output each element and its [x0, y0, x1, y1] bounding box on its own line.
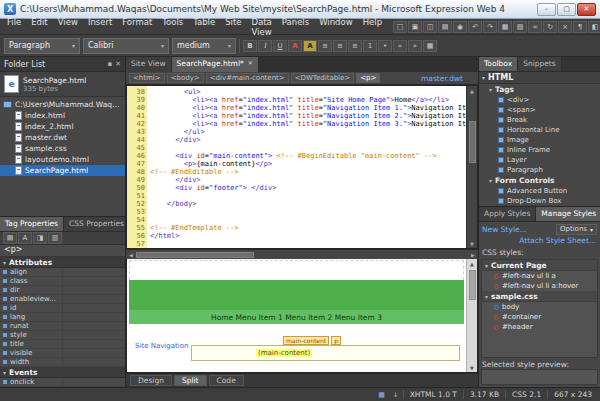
scroll-up-icon[interactable]: ▲: [470, 86, 474, 95]
toolbox-section-tags[interactable]: ▾Tags: [479, 84, 600, 95]
tab-toolbox[interactable]: Toolbox: [479, 57, 518, 71]
new-document-icon[interactable]: □: [393, 21, 407, 33]
increase-indent-icon[interactable]: »: [408, 40, 422, 52]
font-color-icon[interactable]: A: [288, 40, 302, 52]
toolbox-item-inline-frame[interactable]: Inline Frame: [479, 145, 600, 155]
scrollbar-thumb[interactable]: [136, 252, 254, 258]
toolbox-item-drop-down-box[interactable]: Drop-Down Box: [479, 196, 600, 206]
style-body[interactable]: body: [482, 302, 597, 312]
design-header-region[interactable]: [129, 260, 464, 280]
property-class[interactable]: class: [0, 277, 125, 286]
scroll-left-icon[interactable]: ◀: [126, 252, 136, 258]
scroll-down-icon[interactable]: ▼: [470, 239, 474, 248]
quicktag-chip-0[interactable]: <html>: [129, 73, 165, 83]
print-icon[interactable]: ▤: [438, 21, 452, 33]
align-right-icon[interactable]: ≡: [348, 40, 362, 52]
file-master-dwt[interactable]: master.dwt: [0, 132, 125, 143]
code-vertical-scrollbar[interactable]: ▲ ▼: [466, 86, 477, 248]
property-align[interactable]: align: [0, 268, 125, 277]
minimize-button[interactable]: –: [537, 3, 556, 16]
folder-tree-root[interactable]: C:\Users\Muhammad.Waqas\Documents\M: [0, 99, 125, 110]
design-vertical-scrollbar[interactable]: ▲ ▼: [466, 259, 477, 372]
design-masthead[interactable]: Home Menu Item 1 Menu Item 2 Menu Item 3: [129, 280, 464, 324]
code-horizontal-scrollbar[interactable]: ◀ ▶: [126, 249, 478, 259]
view-design-button[interactable]: Design: [130, 375, 172, 386]
property-enableview[interactable]: enableview...: [0, 295, 125, 304]
toolbox-item-div[interactable]: <div>: [479, 95, 600, 105]
underline-icon[interactable]: U: [273, 40, 287, 52]
font-family-dropdown[interactable]: Calibri ▾: [83, 38, 169, 54]
property-visible[interactable]: visible: [0, 349, 125, 358]
numbered-list-icon[interactable]: 1: [363, 40, 377, 52]
set-properties-icon[interactable]: ◨: [33, 232, 47, 244]
scroll-up-icon[interactable]: ▲: [470, 259, 474, 268]
toolbox-item-advanced-button[interactable]: Advanced Button: [479, 186, 600, 196]
undo-icon[interactable]: ↶: [468, 21, 482, 33]
visual-aids-status-icon[interactable]: ▦: [375, 391, 389, 399]
download-status-icon[interactable]: ↓: [389, 391, 403, 399]
style-group-sample-css[interactable]: ▾sample.css: [482, 291, 597, 302]
quicktag-chip-2[interactable]: <div#main-content>: [206, 73, 289, 83]
tab-searchpage-html[interactable]: SearchPage.html*✕: [172, 57, 259, 72]
attach-style-sheet-link[interactable]: Attach Style Sheet...: [519, 236, 596, 248]
toolbox-root-node[interactable]: ▾ HTML: [479, 72, 600, 84]
property-title[interactable]: title: [0, 340, 125, 349]
summary-icon[interactable]: ▥: [48, 232, 62, 244]
tab-apply-styles[interactable]: Apply Styles: [479, 207, 536, 221]
align-center-icon[interactable]: ≡: [333, 40, 347, 52]
redo-icon[interactable]: ↷: [483, 21, 497, 33]
pin-icon[interactable]: ▪: [107, 60, 112, 68]
file-index-html[interactable]: index.html: [0, 110, 125, 121]
highlight-icon[interactable]: A: [303, 40, 317, 52]
open-file-icon[interactable]: ▣: [408, 21, 422, 33]
options-button[interactable]: Options ▾: [556, 224, 597, 235]
italic-icon[interactable]: I: [258, 40, 272, 52]
close-panel-icon[interactable]: ✕: [115, 60, 121, 68]
property-style[interactable]: style: [0, 331, 125, 340]
bold-icon[interactable]: B: [243, 40, 257, 52]
code-content[interactable]: <ul> <li><a href="index.html" title="Sit…: [147, 86, 466, 248]
file-searchpage-html[interactable]: SearchPage.html: [0, 165, 125, 176]
insert-table-icon[interactable]: ▦: [498, 21, 512, 33]
main-content-placeholder[interactable]: (main-content): [256, 349, 312, 357]
design-main-content-region[interactable]: (main-content): [191, 345, 460, 361]
design-site-navigation-link[interactable]: Site Navigation: [135, 336, 191, 350]
save-icon[interactable]: ◫: [423, 21, 437, 33]
decrease-indent-icon[interactable]: «: [393, 40, 407, 52]
close-tab-icon[interactable]: ✕: [248, 59, 253, 72]
design-canvas[interactable]: Home Menu Item 1 Menu Item 2 Menu Item 3…: [127, 259, 466, 372]
tag-chip-main-content[interactable]: main-content: [283, 336, 329, 345]
borders-icon[interactable]: ▦: [423, 40, 437, 52]
property-width[interactable]: width: [0, 358, 125, 367]
style-left-nav-ul-li-a-hover[interactable]: #left-nav ul li a:hover: [482, 281, 597, 291]
file-index-2-html[interactable]: index_2.html: [0, 121, 125, 132]
file-layoutdemo-html[interactable]: layoutdemo.html: [0, 154, 125, 165]
scroll-right-icon[interactable]: ▶: [468, 252, 478, 258]
property-runat[interactable]: runat: [0, 322, 125, 331]
design-view[interactable]: Home Menu Item 1 Menu Item 2 Menu Item 3…: [126, 259, 478, 373]
tag-chip-p[interactable]: p: [331, 336, 341, 345]
toolbox-item-paragraph[interactable]: Paragraph: [479, 165, 600, 175]
quicktag-chip-4[interactable]: <p>: [356, 73, 380, 83]
toolbox-section-form-controls[interactable]: ▾Form Controls: [479, 175, 600, 186]
categorized-icon[interactable]: ▤: [3, 232, 17, 244]
toolbox-item-span[interactable]: <span>: [479, 105, 600, 115]
maximize-button[interactable]: ▢: [557, 3, 576, 16]
style-header[interactable]: #header: [482, 322, 597, 332]
toolbox-item-break[interactable]: Break: [479, 115, 600, 125]
file-sample-css[interactable]: sample.css: [0, 143, 125, 154]
bullet-list-icon[interactable]: •: [378, 40, 392, 52]
section-events[interactable]: ▾Events: [0, 367, 125, 378]
preview-in-browser-icon[interactable]: ◉: [453, 21, 467, 33]
master-dwt-link[interactable]: master.dwt: [421, 74, 475, 83]
section-attributes[interactable]: ▾Attributes: [0, 257, 125, 268]
insert-picture-icon[interactable]: ▧: [513, 21, 527, 33]
code-view[interactable]: 3839404142434445464748495051525354555657…: [126, 85, 478, 249]
quicktag-chip-3[interactable]: <DWTeditable>: [291, 73, 355, 83]
toolbox-item-layer[interactable]: Layer: [479, 155, 600, 165]
refresh-icon[interactable]: ↻: [543, 21, 557, 33]
close-button[interactable]: ✕: [577, 3, 596, 16]
stop-icon[interactable]: ×: [558, 21, 572, 33]
tab-site-view[interactable]: Site View: [126, 57, 172, 72]
tab-tag-properties[interactable]: Tag Properties: [0, 217, 64, 231]
